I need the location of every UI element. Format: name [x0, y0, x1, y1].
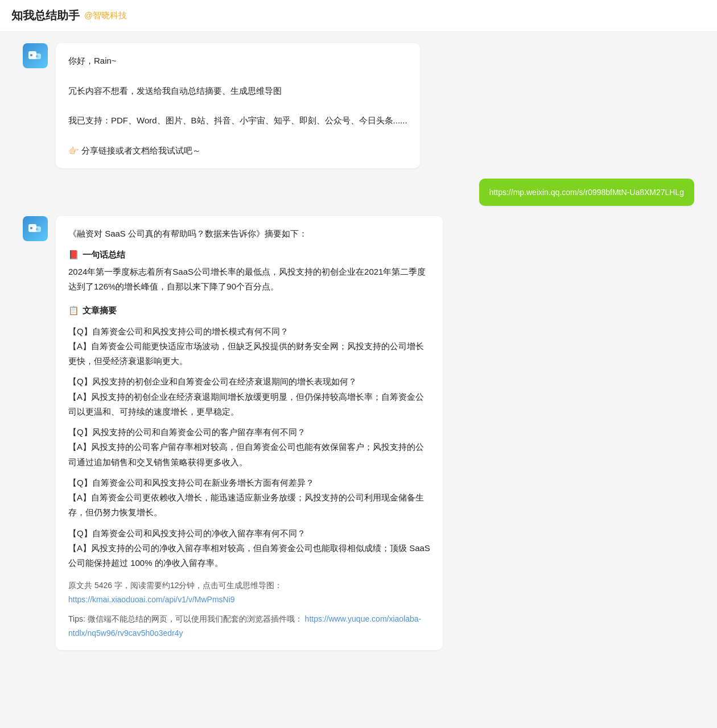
message-row-3: 《融资对 SaaS 公司真的有帮助吗？数据来告诉你》摘要如下： 📕 一句话总结 … [23, 216, 694, 650]
bot-bubble-1: 你好，Rain~ 冗长内容不想看，发送给我自动总结摘要、生成思维导图 我已支持：… [56, 43, 420, 168]
message-row-2: https://mp.weixin.qq.com/s/r0998bfMtN-Ua… [23, 179, 694, 206]
qa2-q: 【Q】风投支持的初创企业和自筹资金公司在经济衰退期间的增长表现如何？ [68, 374, 430, 389]
qa1-q: 【Q】自筹资金公司和风投支持公司的增长模式有何不同？ [68, 324, 430, 339]
chat-container: 你好，Rain~ 冗长内容不想看，发送给我自动总结摘要、生成思维导图 我已支持：… [0, 32, 717, 661]
bot-avatar-icon-2 [27, 221, 43, 237]
section2-icon: 📋 [68, 303, 79, 318]
tips-prefix: Tips: 微信端不能总结的网页，可以使用我们配套的浏览器插件哦： [68, 614, 303, 623]
qa2-a: 【A】风投支持的初创企业在经济衰退期间增长放缓更明显，但仍保持较高增长率；自筹资… [68, 390, 430, 420]
user-bubble-1: https://mp.weixin.qq.com/s/r0998bfMtN-Ua… [479, 179, 694, 206]
app-brand: @智晓科技 [84, 10, 127, 21]
svg-point-7 [36, 228, 38, 230]
svg-point-6 [30, 227, 32, 229]
qa3-q: 【Q】风投支持的公司和自筹资金公司的客户留存率有何不同？ [68, 425, 430, 440]
qa5-a: 【A】风投支持的公司的净收入留存率相对较高，但自筹资金公司也能取得相似成绩；顶级… [68, 541, 430, 571]
qa3-a: 【A】风投支持的公司客户留存率相对较高，但自筹资金公司也能有效保留客户；风投支持… [68, 440, 430, 470]
svg-point-3 [36, 55, 38, 57]
article-title-line: 《融资对 SaaS 公司真的有帮助吗？数据来告诉你》摘要如下： [68, 226, 430, 241]
summary-link[interactable]: https://kmai.xiaoduoai.com/api/v1/v/MwPm… [68, 595, 235, 604]
intro2-text: 我已支持：PDF、Word、图片、B站、抖音、小宇宙、知乎、即刻、公众号、今日头… [68, 113, 407, 128]
section1-title: 📕 一句话总结 [68, 247, 430, 262]
qa-block-1: 【Q】自筹资金公司和风投支持公司的增长模式有何不同？ 【A】自筹资金公司能更快适… [68, 324, 430, 369]
qa4-q: 【Q】自筹资金公司和风投支持公司在新业务增长方面有何差异？ [68, 475, 430, 490]
qa-block-3: 【Q】风投支持的公司和自筹资金公司的客户留存率有何不同？ 【A】风投支持的公司客… [68, 425, 430, 470]
qa5-q: 【Q】自筹资金公司和风投支持公司的净收入留存率有何不同？ [68, 526, 430, 541]
section2-title-text: 文章摘要 [83, 303, 117, 318]
bot-bubble-2: 《融资对 SaaS 公司真的有帮助吗？数据来告诉你》摘要如下： 📕 一句话总结 … [56, 216, 443, 650]
bot-avatar-1 [23, 43, 48, 68]
qa-block-4: 【Q】自筹资金公司和风投支持公司在新业务增长方面有何差异？ 【A】自筹资金公司更… [68, 475, 430, 520]
summary-line: 原文共 5426 字，阅读需要约12分钟，点击可生成思维导图： https://… [68, 578, 430, 606]
intro1-text: 冗长内容不想看，发送给我自动总结摘要、生成思维导图 [68, 84, 407, 98]
app-header: 知我总结助手 @智晓科技 [0, 0, 717, 32]
message-row-1: 你好，Rain~ 冗长内容不想看，发送给我自动总结摘要、生成思维导图 我已支持：… [23, 43, 694, 168]
greeting-text: 你好，Rain~ [68, 53, 407, 68]
section1-title-text: 一句话总结 [83, 247, 125, 262]
app-title: 知我总结助手 [11, 8, 80, 23]
qa1-a: 【A】自筹资金公司能更快适应市场波动，但缺乏风投提供的财务安全网；风投支持的公司… [68, 339, 430, 369]
qa-block-5: 【Q】自筹资金公司和风投支持公司的净收入留存率有何不同？ 【A】风投支持的公司的… [68, 526, 430, 571]
cta-text: 👉🏻 分享链接或者文档给我试试吧～ [68, 143, 407, 158]
qa-block-2: 【Q】风投支持的初创企业和自筹资金公司在经济衰退期间的增长表现如何？ 【A】风投… [68, 374, 430, 419]
section1-icon: 📕 [68, 247, 79, 262]
summary-prefix: 原文共 5426 字，阅读需要约12分钟，点击可生成思维导图： [68, 581, 283, 590]
tips-line: Tips: 微信端不能总结的网页，可以使用我们配套的浏览器插件哦： https:… [68, 612, 430, 640]
bot-avatar-2 [23, 216, 48, 241]
user-link-text: https://mp.weixin.qq.com/s/r0998bfMtN-Ua… [489, 188, 684, 197]
svg-point-2 [30, 54, 32, 56]
bot-avatar-icon [27, 48, 43, 64]
section2-title: 📋 文章摘要 [68, 303, 430, 318]
section1-content: 2024年第一季度标志着所有SaaS公司增长率的最低点，风投支持的初创企业在20… [68, 264, 430, 295]
qa4-a: 【A】自筹资金公司更依赖收入增长，能迅速适应新业务放缓；风投支持的公司利用现金储… [68, 490, 430, 520]
